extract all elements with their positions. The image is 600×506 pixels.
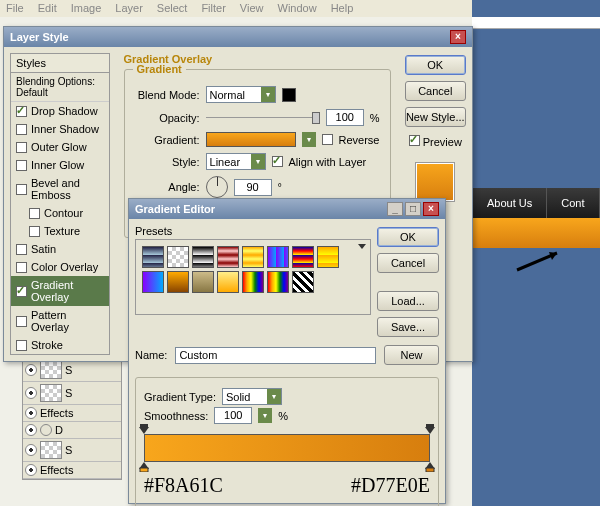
new-button[interactable]: New [384,345,439,365]
eye-icon[interactable] [25,464,37,476]
style-checkbox[interactable] [16,286,27,297]
style-checkbox[interactable] [16,142,27,153]
style-checkbox[interactable] [16,160,27,171]
chevron-down-icon: ▾ [251,154,265,169]
titlebar[interactable]: Layer Style × [4,27,472,47]
style-checkbox[interactable] [16,244,27,255]
cancel-button[interactable]: Cancel [405,81,467,101]
opacity-input[interactable]: 100 [326,109,364,126]
reverse-label: Reverse [339,134,380,146]
blend-mode-select[interactable]: Normal▾ [206,86,276,103]
layer-row[interactable]: D [23,422,121,439]
preset-swatch[interactable] [142,246,164,268]
style-item-color-overlay[interactable]: Color Overlay [11,258,109,276]
layer-label: S [65,387,72,399]
style-label: Inner Glow [31,159,84,171]
style-item-inner-shadow[interactable]: Inner Shadow [11,120,109,138]
style-item-satin[interactable]: Satin [11,240,109,258]
name-input[interactable] [175,347,376,364]
smooth-input[interactable]: 100 [214,407,252,424]
opacity-stop-right[interactable] [425,424,435,434]
minimize-icon[interactable]: _ [387,202,403,216]
angle-label: Angle: [135,181,200,193]
styles-heading[interactable]: Styles [11,54,109,73]
style-checkbox[interactable] [29,226,40,237]
preset-swatch[interactable] [217,246,239,268]
save-button[interactable]: Save... [377,317,439,337]
reverse-checkbox[interactable] [322,134,333,145]
eye-icon[interactable] [25,444,37,456]
layer-row[interactable]: S [23,359,121,382]
color-stop-left[interactable] [139,462,149,472]
cancel-button[interactable]: Cancel [377,253,439,273]
chevron-down-icon[interactable]: ▾ [302,132,316,147]
style-item-stroke[interactable]: Stroke [11,336,109,354]
preset-swatch[interactable] [167,246,189,268]
gradient-preview[interactable] [206,132,296,147]
opacity-stop-left[interactable] [139,424,149,434]
style-item-contour[interactable]: Contour [11,204,109,222]
eye-icon[interactable] [25,364,37,376]
load-button[interactable]: Load... [377,291,439,311]
layer-row[interactable]: S [23,439,121,462]
opacity-slider[interactable] [206,117,320,118]
nav-contact[interactable]: Cont [547,188,599,218]
preset-swatch[interactable] [267,271,289,293]
style-checkbox[interactable] [16,262,27,273]
style-label: Stroke [31,339,63,351]
style-item-texture[interactable]: Texture [11,222,109,240]
grad-type-select[interactable]: Solid▾ [222,388,282,405]
style-item-outer-glow[interactable]: Outer Glow [11,138,109,156]
style-checkbox[interactable] [16,184,27,195]
style-checkbox[interactable] [29,208,40,219]
style-item-bevel-and-emboss[interactable]: Bevel and Emboss [11,174,109,204]
nav-about[interactable]: About Us [473,188,547,218]
angle-wheel[interactable] [206,176,228,198]
close-icon[interactable]: × [423,202,439,216]
preset-swatch[interactable] [192,271,214,293]
style-item-pattern-overlay[interactable]: Pattern Overlay [11,306,109,336]
eye-icon[interactable] [25,387,37,399]
new-style-button[interactable]: New Style... [405,107,467,127]
blending-options[interactable]: Blending Options: Default [11,73,109,102]
eye-icon[interactable] [25,424,37,436]
preview-checkbox[interactable] [409,135,420,146]
preset-swatch[interactable] [267,246,289,268]
style-select[interactable]: Linear▾ [206,153,266,170]
blend-mode-label: Blend Mode: [135,89,200,101]
flyout-icon[interactable] [358,244,366,249]
preset-swatch[interactable] [292,246,314,268]
style-checkbox[interactable] [16,316,27,327]
ok-button[interactable]: OK [377,227,439,247]
style-checkbox[interactable] [16,124,27,135]
ok-button[interactable]: OK [405,55,467,75]
align-checkbox[interactable] [272,156,283,167]
layer-row[interactable]: S [23,382,121,405]
color-stop-right[interactable] [425,462,435,472]
layers-panel: S S Effects D S Effects [22,358,122,480]
dialog-title: Gradient Editor [135,203,215,215]
layer-row[interactable]: Effects [23,462,121,479]
angle-input[interactable]: 90 [234,179,272,196]
preset-swatch[interactable] [317,246,339,268]
style-checkbox[interactable] [16,340,27,351]
preset-swatch[interactable] [192,246,214,268]
gradient-bar[interactable] [144,434,430,462]
color-swatch[interactable] [282,88,296,102]
preset-swatch[interactable] [167,271,189,293]
style-checkbox[interactable] [16,106,27,117]
titlebar[interactable]: Gradient Editor _ □ × [129,199,445,219]
maximize-icon[interactable]: □ [405,202,421,216]
style-item-gradient-overlay[interactable]: Gradient Overlay [11,276,109,306]
preset-swatch[interactable] [242,246,264,268]
style-item-inner-glow[interactable]: Inner Glow [11,156,109,174]
preset-swatch[interactable] [142,271,164,293]
preset-swatch[interactable] [292,271,314,293]
eye-icon[interactable] [25,407,37,419]
preset-swatch[interactable] [217,271,239,293]
close-icon[interactable]: × [450,30,466,44]
chevron-down-icon[interactable]: ▾ [258,408,272,423]
preset-swatch[interactable] [242,271,264,293]
layer-row[interactable]: Effects [23,405,121,422]
style-item-drop-shadow[interactable]: Drop Shadow [11,102,109,120]
